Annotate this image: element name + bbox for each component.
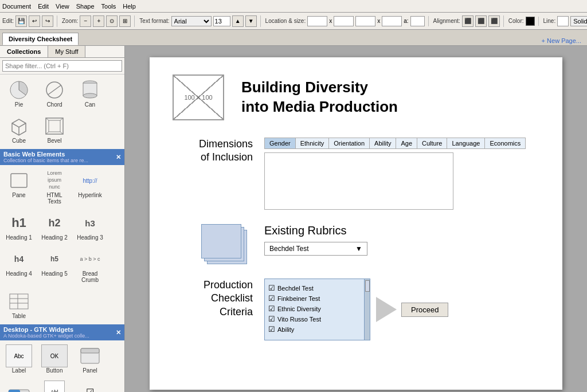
rubric-dropdown[interactable]: Bechdel Test ▼	[264, 242, 367, 256]
checklist-section: Production Checklist Criteria ☑ Bechdel …	[173, 279, 539, 340]
menu-view[interactable]: View	[56, 3, 69, 10]
web-shapes-row4: Table	[2, 288, 122, 321]
shape-table[interactable]: Table	[2, 288, 36, 321]
x-input[interactable]: 808	[307, 16, 327, 26]
location-label: Location & size:	[265, 18, 306, 24]
section-basic-web[interactable]: Basic Web Elements Collection of basic i…	[0, 149, 124, 165]
tab-orientation[interactable]: Orientation	[328, 138, 369, 149]
basic-shapes-row2: Cube Bevel	[2, 113, 122, 146]
tab-gender[interactable]: Gender	[264, 138, 295, 149]
web-shapes-row2: h1 Heading 1 h2 Heading 2 h3 Heading 3	[2, 210, 122, 242]
edit-label: Edit:	[2, 18, 14, 24]
shape-h3[interactable]: h3 Heading 3	[73, 210, 107, 242]
rubrics-title: Existing Rubrics	[264, 224, 539, 237]
menu-tools[interactable]: Tools	[101, 3, 116, 10]
line-label: Line:	[543, 18, 556, 24]
tab-ethnicity[interactable]: Ethnicity	[295, 138, 329, 149]
document-canvas: 100 × 100 Building Diversity into Media …	[150, 57, 562, 390]
main-layout: Collections My Stuff Pie	[0, 46, 587, 392]
svg-rect-12	[11, 174, 27, 187]
alignment-label: Alignment:	[433, 18, 460, 24]
checklist-item-ability[interactable]: ☑ Ability	[268, 325, 366, 334]
checklist-item-vito[interactable]: ☑ Vito Russo Test	[268, 315, 366, 323]
toolbar: Edit: 💾 ↩ ↪ Zoom: − + ⊙ ⊞ Text format: A…	[0, 13, 587, 30]
shape-breadcrumb[interactable]: a > b > c Bread Crumb	[73, 246, 107, 285]
tab-diversity-checksheet[interactable]: Diversity Checksheet	[2, 33, 79, 45]
zoom-out-button[interactable]: −	[80, 15, 91, 27]
undo-button[interactable]: ↩	[29, 15, 40, 27]
checklist-box: ☑ Bechdel Test ☑ Finkbeiner Test ☑ Ethni…	[264, 279, 370, 340]
align-right[interactable]: ⬛	[488, 15, 500, 27]
checklist-label: Production Checklist Criteria	[173, 279, 253, 319]
checklist-scrollbar[interactable]	[364, 279, 370, 340]
tab-collections[interactable]: Collections	[0, 46, 48, 57]
text-format-label: Text format:	[139, 18, 169, 24]
basic-shapes-row: Pie Chord	[2, 77, 122, 109]
tab-economics[interactable]: Economics	[484, 138, 526, 149]
h-input[interactable]: 787	[382, 16, 402, 26]
align-left[interactable]: ⬛	[462, 15, 473, 27]
shape-can[interactable]: Can	[73, 77, 107, 109]
shape-h1[interactable]: h1 Heading 1	[2, 210, 36, 242]
shape-h5[interactable]: h5 Heading 5	[38, 246, 71, 285]
shape-label[interactable]: Abc Label	[2, 343, 36, 375]
shape-filter-input[interactable]	[2, 60, 122, 72]
section-desktop-gtk[interactable]: Desktop - GTK Widgets A Nodoka-based GTK…	[0, 324, 124, 340]
menu-edit[interactable]: Edit	[38, 3, 49, 10]
proceed-button[interactable]: Proceed	[401, 303, 448, 317]
redo-button[interactable]: ↪	[42, 15, 53, 27]
color-swatch[interactable]	[526, 17, 535, 26]
shape-checkbox[interactable]: ☑ Checkbo...	[73, 379, 107, 392]
w-input[interactable]: 228	[355, 16, 375, 26]
shape-progress[interactable]: Progress	[2, 379, 36, 392]
shape-h4[interactable]: h4 Heading 4	[2, 246, 36, 285]
checklist-item-finkbeiner[interactable]: ☑ Finkbeiner Test	[268, 294, 366, 303]
play-icon[interactable]	[376, 297, 397, 322]
font-size-down[interactable]: ▼	[245, 15, 257, 27]
zoom-label: Zoom:	[62, 18, 78, 24]
shape-chord[interactable]: Chord	[38, 77, 71, 109]
a-input[interactable]: 0	[410, 16, 425, 26]
line-style-select[interactable]: Solid	[570, 16, 587, 26]
tab-culture[interactable]: Culture	[417, 138, 447, 149]
tab-language[interactable]: Language	[447, 138, 484, 149]
dimensions-section: Dimensions of Inclusion Gender Ethnicity…	[173, 138, 539, 210]
canvas-area: 100 × 100 Building Diversity into Media …	[125, 46, 587, 392]
dimension-tabs: Gender Ethnicity Orientation Ability Age…	[264, 138, 539, 149]
new-page-button[interactable]: + New Page...	[538, 36, 585, 45]
shape-bevel[interactable]: Bevel	[38, 113, 71, 146]
tab-ability[interactable]: Ability	[369, 138, 396, 149]
zoom-in-button[interactable]: +	[93, 15, 104, 27]
shape-pie[interactable]: Pie	[2, 77, 36, 109]
zoom-fit-button[interactable]: ⊞	[119, 15, 131, 27]
shape-button[interactable]: OK Button	[38, 343, 71, 375]
zoom-reset-button[interactable]: ⊙	[106, 15, 118, 27]
save-button[interactable]: 💾	[15, 15, 27, 27]
font-size-up[interactable]: ▲	[232, 15, 244, 27]
shape-pane[interactable]: Pane	[2, 167, 36, 206]
tabbar: Diversity Checksheet + New Page...	[0, 30, 587, 46]
font-size-input[interactable]	[213, 16, 230, 26]
y-input[interactable]: 1	[334, 16, 354, 26]
tab-age[interactable]: Age	[396, 138, 417, 149]
web-shapes-row1: Pane Loremipsumnunc HTML Texts http:// H…	[2, 167, 122, 206]
checklist-item-bechdel[interactable]: ☑ Bechdel Test	[268, 284, 366, 292]
line-width-input[interactable]: 2	[557, 16, 569, 26]
shape-textbox[interactable]: Ab| TextBox	[38, 379, 71, 392]
shape-panel[interactable]: Panel	[73, 343, 107, 375]
shapes-grid: Pie Chord	[0, 75, 124, 392]
checklist-proceed-row: ☑ Bechdel Test ☑ Finkbeiner Test ☑ Ethni…	[264, 279, 539, 340]
menu-shape[interactable]: Shape	[76, 3, 95, 10]
font-select[interactable]: Arial	[171, 16, 212, 26]
menu-document[interactable]: Document	[2, 3, 31, 10]
color-label: Color:	[508, 18, 524, 24]
shape-html[interactable]: Loremipsumnunc HTML Texts	[38, 167, 71, 206]
menu-help[interactable]: Help	[123, 3, 136, 10]
align-center[interactable]: ⬛	[475, 15, 487, 27]
checklist-item-ethnic[interactable]: ☑ Ethnic Diversity	[268, 304, 366, 313]
shape-cube[interactable]: Cube	[2, 113, 36, 146]
shape-h2[interactable]: h2 Heading 2	[38, 210, 71, 242]
tab-mystuff[interactable]: My Stuff	[48, 46, 85, 57]
shape-hyperlink[interactable]: http:// Hyperlink	[73, 167, 107, 206]
placeholder-image[interactable]: 100 × 100	[173, 75, 224, 120]
